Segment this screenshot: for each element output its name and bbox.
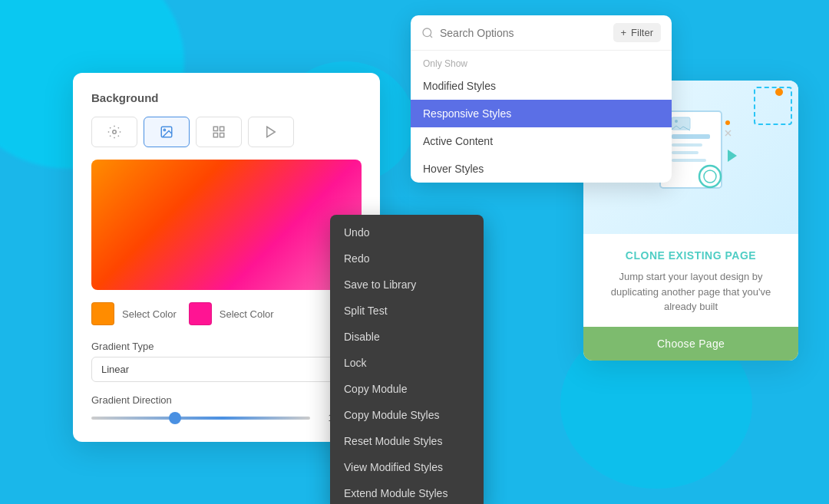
search-dropdown: + Filter Only Show Modified Styles Respo… <box>411 15 672 183</box>
color-selectors: Select Color Select Color <box>91 302 362 325</box>
clone-description: Jump start your layout design by duplica… <box>599 269 783 315</box>
context-item-lock[interactable]: Lock <box>330 350 484 376</box>
main-container: Background <box>0 0 829 504</box>
svg-rect-12 <box>672 143 702 147</box>
svg-rect-14 <box>672 159 706 162</box>
icon-tab-group <box>91 117 362 147</box>
tab-gear[interactable] <box>91 117 137 147</box>
svg-point-2 <box>163 129 165 130</box>
svg-point-16 <box>675 120 678 123</box>
search-header: + Filter <box>411 15 672 51</box>
dashed-decoration <box>754 87 792 125</box>
filter-button[interactable]: + Filter <box>613 23 661 42</box>
grid-icon <box>212 125 226 139</box>
svg-rect-5 <box>213 133 217 137</box>
context-item-view-modified-styles[interactable]: View Modified Styles <box>330 454 484 480</box>
color-selector-1: Select Color <box>91 302 177 325</box>
svg-rect-3 <box>213 127 217 130</box>
direction-row: 135deg <box>91 412 362 423</box>
context-item-save-library[interactable]: Save to Library <box>330 272 484 298</box>
clone-card-body: CLONE EXISTING PAGE Jump start your layo… <box>583 234 798 315</box>
filter-plus-icon: + <box>621 27 627 38</box>
gradient-type-label: Gradient Type <box>91 341 362 352</box>
svg-rect-11 <box>672 134 710 139</box>
search-input[interactable] <box>440 27 607 39</box>
tab-image[interactable] <box>144 117 190 147</box>
context-item-reset-module-styles[interactable]: Reset Module Styles <box>330 428 484 454</box>
gear-icon <box>107 125 121 139</box>
svg-rect-4 <box>220 127 224 130</box>
tab-video[interactable] <box>248 117 294 147</box>
gradient-type-select[interactable]: Linear <box>91 357 362 382</box>
image-icon <box>160 125 173 139</box>
context-item-copy-module-styles[interactable]: Copy Module Styles <box>330 402 484 428</box>
dropdown-item-active-content[interactable]: Active Content <box>411 127 672 155</box>
choose-page-button[interactable]: Choose Page <box>583 327 798 361</box>
color-swatch-2[interactable] <box>189 302 212 325</box>
panel-title: Background <box>91 91 362 104</box>
clone-title: CLONE EXISTING PAGE <box>599 249 783 262</box>
context-item-copy-module[interactable]: Copy Module <box>330 376 484 402</box>
svg-marker-7 <box>267 127 276 137</box>
color-label-2[interactable]: Select Color <box>220 308 274 320</box>
only-show-label: Only Show <box>411 51 672 72</box>
svg-marker-19 <box>728 150 737 162</box>
svg-rect-13 <box>672 151 699 154</box>
svg-point-0 <box>113 130 117 134</box>
context-item-extend-module-styles[interactable]: Extend Module Styles <box>330 480 484 504</box>
direction-slider[interactable] <box>91 417 310 420</box>
gradient-preview <box>91 160 362 290</box>
gradient-direction-section: Gradient Direction 135deg <box>91 394 362 423</box>
color-selector-2: Select Color <box>189 302 274 325</box>
search-icon <box>421 27 434 39</box>
filter-label: Filter <box>631 27 653 38</box>
svg-point-21 <box>725 120 730 125</box>
svg-rect-6 <box>220 133 224 137</box>
context-item-redo[interactable]: Redo <box>330 245 484 272</box>
context-item-disable[interactable]: Disable <box>330 324 484 350</box>
video-icon <box>264 125 278 139</box>
dropdown-item-responsive[interactable]: Responsive Styles <box>411 100 672 127</box>
color-label-1[interactable]: Select Color <box>122 308 177 320</box>
color-swatch-1[interactable] <box>91 302 114 325</box>
svg-point-8 <box>423 28 431 37</box>
gradient-direction-label: Gradient Direction <box>91 394 362 406</box>
context-item-undo[interactable]: Undo <box>330 219 484 245</box>
gradient-type-section: Gradient Type Linear <box>91 341 362 382</box>
tab-grid[interactable] <box>196 117 242 147</box>
context-menu: Undo Redo Save to Library Split Test Dis… <box>330 215 484 504</box>
svg-line-9 <box>430 35 432 38</box>
dropdown-item-modified[interactable]: Modified Styles <box>411 72 672 100</box>
dropdown-item-hover-styles[interactable]: Hover Styles <box>411 155 672 183</box>
context-item-split-test[interactable]: Split Test <box>330 298 484 324</box>
